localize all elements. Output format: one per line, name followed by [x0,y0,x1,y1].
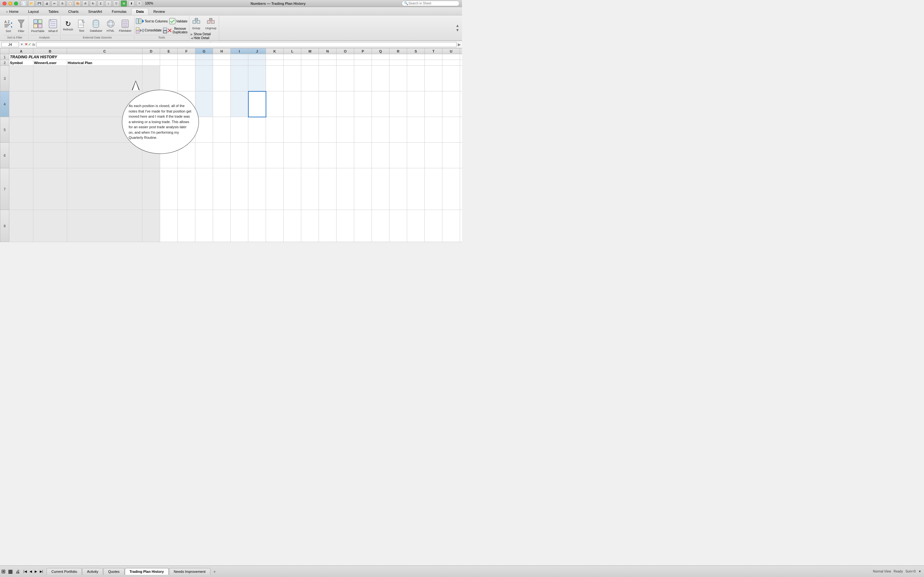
cell-A1[interactable]: TRADING PLAN HISTORY [9,54,142,60]
cell-D7[interactable] [142,168,160,210]
cell-U6[interactable] [443,143,460,168]
cell-M3[interactable] [301,66,319,91]
col-header-K[interactable]: K [266,48,284,54]
cell-I8[interactable] [231,210,248,242]
cell-F2[interactable] [178,60,195,66]
cell-S8[interactable] [407,210,425,242]
cell-V1[interactable] [460,54,462,60]
hide-detail-button[interactable]: ◀ Hide Detail [191,36,210,40]
cell-U7[interactable] [443,168,460,210]
cell-E3[interactable] [160,66,178,91]
cell-G4[interactable] [195,91,213,117]
col-header-B[interactable]: B [33,48,67,54]
cell-S5[interactable] [407,117,425,143]
cell-N3[interactable] [319,66,336,91]
cell-C3[interactable] [67,66,142,91]
cell-E8[interactable] [160,210,178,242]
cell-G7[interactable] [195,168,213,210]
cell-reference[interactable] [1,42,19,47]
cell-L8[interactable] [284,210,301,242]
col-header-H[interactable]: H [213,48,231,54]
cell-T2[interactable] [425,60,443,66]
col-header-I[interactable]: I [231,48,248,54]
help-icon[interactable]: ? [136,0,142,7]
cell-J4[interactable] [248,91,266,117]
row-header-1[interactable]: 1 [0,54,9,60]
new-icon[interactable]: 📄 [21,0,27,7]
tab-data[interactable]: Data [131,8,149,15]
cell-B7[interactable] [33,168,67,210]
cell-T7[interactable] [425,168,443,210]
cell-A5[interactable] [9,117,33,143]
cell-U5[interactable] [443,117,460,143]
cell-O5[interactable] [336,117,354,143]
cell-B4[interactable] [33,91,67,117]
cell-N1[interactable] [319,54,336,60]
cell-B8[interactable] [33,210,67,242]
cell-O4[interactable] [336,91,354,117]
cell-L4[interactable] [284,91,301,117]
cell-S3[interactable] [407,66,425,91]
cell-E7[interactable] [160,168,178,210]
cancel-formula-icon[interactable]: ✕ [25,42,27,47]
cell-Q8[interactable] [372,210,389,242]
cell-U2[interactable] [443,60,460,66]
cell-R6[interactable] [389,143,407,168]
html-button[interactable]: HTML [105,19,116,33]
formula-scroll-icon[interactable]: ▶ [458,42,461,47]
cell-V3[interactable] [460,66,462,91]
open-icon[interactable]: 📂 [28,0,35,7]
numbers-icon[interactable]: N [121,0,127,7]
cell-L2[interactable] [284,60,301,66]
col-header-D[interactable]: D [142,48,160,54]
remove-duplicates-button[interactable]: RemoveDuplicates [163,27,188,34]
filter2-icon[interactable]: ▽ [113,0,120,7]
filemaker-button[interactable]: FileMaker [118,19,133,33]
cell-V2[interactable] [460,60,462,66]
cell-C7[interactable] [67,168,142,210]
cell-R1[interactable] [389,54,407,60]
cell-G2[interactable] [195,60,213,66]
text-button[interactable]: Text [76,19,87,33]
cell-H1[interactable] [213,54,231,60]
col-header-E[interactable]: E [160,48,178,54]
cell-T1[interactable] [425,54,443,60]
col-header-V[interactable]: V [460,48,462,54]
cell-R8[interactable] [389,210,407,242]
cell-R4[interactable] [389,91,407,117]
cell-K1[interactable] [266,54,284,60]
cell-J3[interactable] [248,66,266,91]
cell-K4[interactable] [266,91,284,117]
cell-M7[interactable] [301,168,319,210]
cell-N4[interactable] [319,91,336,117]
cell-K5[interactable] [266,117,284,143]
cell-D1[interactable] [142,54,160,60]
cell-V7[interactable] [460,168,462,210]
ribbon-expand-icon[interactable]: ▲ [456,23,459,28]
cell-A3[interactable] [9,66,33,91]
cell-Q5[interactable] [372,117,389,143]
cell-F8[interactable] [178,210,195,242]
cell-M6[interactable] [301,143,319,168]
cell-A2[interactable]: Symbol [9,60,33,66]
cell-D3[interactable] [142,66,160,91]
col-header-U[interactable]: U [443,48,460,54]
cell-I3[interactable] [231,66,248,91]
cell-P6[interactable] [354,143,372,168]
cell-V6[interactable] [460,143,462,168]
cut-icon[interactable]: ✂ [51,0,58,7]
cell-J7[interactable] [248,168,266,210]
cell-H4[interactable] [213,91,231,117]
cell-H8[interactable] [213,210,231,242]
row-header-6[interactable]: 6 [0,143,9,168]
cell-L6[interactable] [284,143,301,168]
cell-D8[interactable] [142,210,160,242]
cell-P8[interactable] [354,210,372,242]
formula-input[interactable] [36,42,457,47]
filter-button[interactable]: Filter [15,19,27,33]
cell-O2[interactable] [336,60,354,66]
cell-M8[interactable] [301,210,319,242]
tab-layout[interactable]: Layout [23,8,44,15]
cell-A7[interactable] [9,168,33,210]
minimize-button[interactable] [8,2,12,5]
